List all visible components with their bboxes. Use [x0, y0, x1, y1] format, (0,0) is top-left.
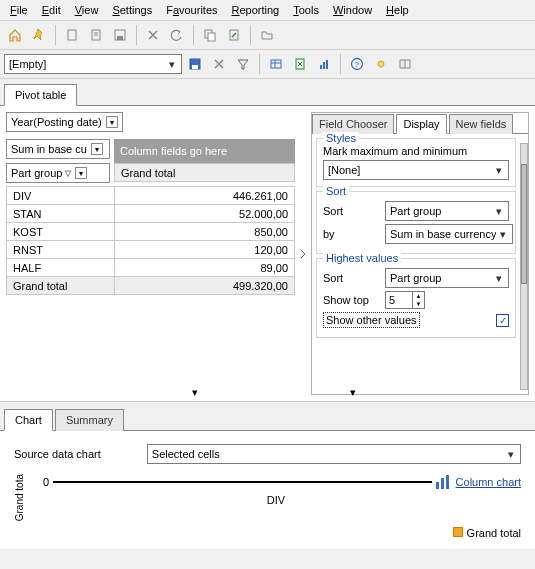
menu-favourites[interactable]: Favourites [160, 2, 223, 18]
chevron-down-icon: ▾ [492, 272, 506, 285]
combo-value: Selected cells [152, 448, 504, 460]
menu-window[interactable]: Window [327, 2, 378, 18]
tab-summary[interactable]: Summary [55, 409, 124, 431]
clear-icon[interactable] [208, 53, 230, 75]
chevron-down-icon: ▾ [492, 164, 506, 177]
help-icon[interactable]: ? [346, 53, 368, 75]
tab-new-fields[interactable]: New fields [449, 114, 514, 134]
main-combo[interactable]: [Empty] ▾ [4, 54, 182, 74]
hint-icon[interactable] [370, 53, 392, 75]
spin-down-icon[interactable]: ▼ [412, 300, 424, 308]
row-value: 89,00 [115, 259, 295, 277]
column-chart-link[interactable]: Column chart [456, 476, 521, 488]
by-combo[interactable]: Sum in base currency ▾ [385, 224, 513, 244]
new-icon[interactable] [61, 24, 83, 46]
showother-label: Show other values [323, 312, 420, 328]
book-icon[interactable] [394, 53, 416, 75]
tab-pivot-table[interactable]: Pivot table [4, 84, 77, 106]
column-drop-area[interactable]: Column fields go here [114, 139, 295, 163]
chart-bar-icon [434, 474, 452, 490]
chevron-down-icon[interactable]: ▾ [75, 167, 87, 179]
filter-icon[interactable] [232, 53, 254, 75]
row-value: 52.000,00 [115, 205, 295, 223]
h-collapse-handle[interactable]: ▾ [192, 386, 198, 399]
menu-tools[interactable]: Tools [287, 2, 325, 18]
export-excel-icon[interactable] [289, 53, 311, 75]
row-value: 446.261,00 [115, 187, 295, 205]
mark-combo[interactable]: [None] ▾ [323, 160, 509, 180]
legend-swatch-icon [453, 527, 463, 537]
pin-icon[interactable] [28, 24, 50, 46]
showtop-input[interactable] [386, 292, 412, 308]
sort-label: Sort [323, 205, 379, 217]
data-field-sum[interactable]: Sum in base cu ▾ [6, 139, 110, 159]
chevron-down-icon: ▾ [165, 58, 179, 71]
edit-icon[interactable] [85, 24, 107, 46]
table-row: STAN52.000,00 [7, 205, 295, 223]
row-label: STAN [7, 205, 115, 223]
spin-up-icon[interactable]: ▲ [412, 292, 424, 300]
chart-panel: Source data chart Selected cells ▾ Grand… [0, 431, 535, 549]
save-query-icon[interactable] [184, 53, 206, 75]
menu-view[interactable]: View [69, 2, 105, 18]
chevron-down-icon: ▾ [492, 205, 506, 218]
bottom-tabstrip: Chart Summary [0, 408, 535, 431]
chevron-down-icon: ▾ [504, 448, 518, 461]
grand-total-label: Grand total [7, 277, 115, 295]
svg-rect-0 [68, 30, 76, 40]
undo-icon[interactable] [166, 24, 188, 46]
export-table-icon[interactable] [265, 53, 287, 75]
field-label: Part group [11, 167, 62, 179]
menu-settings[interactable]: Settings [106, 2, 158, 18]
hv-sort-combo[interactable]: Part group ▾ [385, 268, 509, 288]
home-icon[interactable] [4, 24, 26, 46]
sort-indicator-icon: ▽ [65, 169, 71, 178]
group-sort: Sort Sort Part group ▾ by Sum in base cu… [316, 191, 516, 254]
main-combo-value: [Empty] [9, 58, 165, 70]
save-icon[interactable] [109, 24, 131, 46]
svg-rect-9 [271, 60, 281, 68]
chart-x-label: DIV [31, 494, 521, 506]
chart-legend: Grand total [14, 527, 521, 539]
combo-value: Sum in base currency [390, 228, 496, 240]
delete-icon[interactable] [142, 24, 164, 46]
vertical-scrollbar[interactable] [520, 143, 528, 390]
sort-combo[interactable]: Part group ▾ [385, 201, 509, 221]
row-field-partgroup[interactable]: Part group ▽ ▾ [6, 163, 110, 183]
showtop-spinner[interactable]: ▲▼ [385, 291, 425, 309]
copy-icon[interactable] [199, 24, 221, 46]
filter-field-year[interactable]: Year(Posting date) ▾ [6, 112, 123, 132]
combo-value: Part group [390, 272, 492, 284]
svg-rect-12 [323, 62, 325, 69]
chevron-down-icon[interactable]: ▾ [91, 143, 103, 155]
h-collapse-handle[interactable]: ▾ [350, 386, 356, 399]
row-label: RNST [7, 241, 115, 259]
folder-icon[interactable] [256, 24, 278, 46]
tab-display[interactable]: Display [396, 114, 446, 134]
group-title: Styles [323, 132, 359, 144]
showother-checkbox[interactable]: ✓ [496, 314, 509, 327]
chart-axis-line [53, 481, 432, 483]
export-chart-icon[interactable] [313, 53, 335, 75]
menubar: File Edit View Settings Favourites Repor… [0, 0, 535, 21]
menu-help[interactable]: Help [380, 2, 415, 18]
svg-rect-13 [326, 60, 328, 69]
svg-rect-5 [208, 33, 215, 41]
right-panel: Field Chooser Display New fields Styles … [311, 112, 529, 395]
combo-value: [None] [328, 164, 492, 176]
svg-rect-17 [441, 478, 444, 489]
right-tabstrip: Field Chooser Display New fields [312, 113, 528, 134]
source-chart-combo[interactable]: Selected cells ▾ [147, 444, 521, 464]
tab-field-chooser[interactable]: Field Chooser [312, 114, 394, 134]
source-chart-label: Source data chart [14, 448, 101, 460]
svg-rect-18 [446, 475, 449, 489]
menu-edit[interactable]: Edit [36, 2, 67, 18]
refresh-icon[interactable] [223, 24, 245, 46]
chevron-down-icon[interactable]: ▾ [106, 116, 118, 128]
splitter-collapse[interactable] [299, 112, 307, 395]
scrollbar-thumb[interactable] [521, 164, 527, 284]
menu-reporting[interactable]: Reporting [226, 2, 286, 18]
tab-chart[interactable]: Chart [4, 409, 53, 431]
svg-rect-16 [436, 482, 439, 489]
menu-file[interactable]: File [4, 2, 34, 18]
